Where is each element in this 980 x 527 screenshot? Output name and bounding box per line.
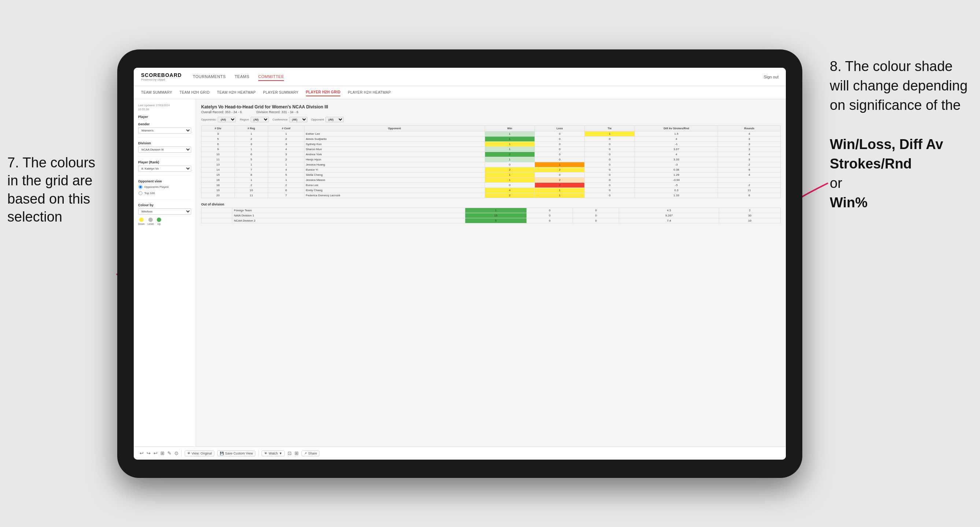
table-cell: 3: [268, 152, 304, 157]
subnav-team-summary[interactable]: TEAM SUMMARY: [141, 89, 172, 96]
table-cell: 1: [535, 193, 585, 198]
table-cell: -1: [635, 142, 718, 147]
nav-committee[interactable]: COMMITTEE: [258, 73, 284, 81]
table-cell: 1: [485, 132, 535, 137]
table-cell: 4: [635, 152, 718, 157]
nav-tournaments[interactable]: TOURNAMENTS: [193, 73, 226, 81]
table-cell: 2: [485, 167, 535, 173]
filter-region-select[interactable]: (All): [251, 117, 269, 122]
sidebar-gender-label: Gender: [138, 122, 191, 126]
sidebar-opponent-view-label: Opponent view: [138, 179, 191, 183]
sidebar: Last Updated: 27/03/202416:55:38 Player …: [134, 99, 196, 446]
table-cell: 0.3: [635, 188, 718, 193]
table-cell: 0: [535, 157, 585, 162]
save-custom-btn[interactable]: 💾 Save Custom View: [217, 451, 255, 456]
table-cell: 4: [718, 132, 781, 137]
table-cell: 10: [234, 188, 268, 193]
nav-sign-out[interactable]: Sign out: [764, 75, 778, 79]
table-cell: 16: [202, 178, 235, 183]
out-div-loss: 0: [527, 208, 573, 213]
main-content: Last Updated: 27/03/202416:55:38 Player …: [134, 99, 786, 446]
th-opponent: Opponent: [304, 125, 485, 132]
table-cell: 1: [535, 162, 585, 167]
out-div-tie: 0: [573, 218, 619, 224]
table-cell: 15: [202, 173, 235, 178]
logo-area: SCOREBOARD Powered by clippd: [141, 72, 182, 81]
sidebar-colour-by-label: Colour by: [138, 203, 191, 207]
table-cell: 0: [585, 142, 635, 147]
filter-row: Opponents: (All) Region (All) Conference: [201, 117, 781, 122]
redo-icon[interactable]: ↪: [146, 451, 151, 456]
save-icon: 💾: [220, 452, 224, 455]
nav-teams[interactable]: TEAMS: [234, 73, 249, 81]
table-cell: 4: [718, 173, 781, 178]
sidebar-gender-select[interactable]: Women's: [138, 127, 191, 134]
undo-icon[interactable]: ↩: [140, 451, 143, 456]
table-cell: 1: [485, 137, 535, 142]
toolbar-divider-1: [181, 450, 182, 457]
view-icon: 👁: [187, 452, 191, 455]
table-cell: 0: [585, 147, 635, 152]
table-cell: 19: [202, 188, 235, 193]
subnav-team-h2h-grid[interactable]: TEAM H2H GRID: [180, 89, 210, 96]
filter-region: Region (All): [240, 117, 269, 122]
sidebar-player-rank-select[interactable]: 8. Katelyn Vo: [138, 165, 191, 172]
out-division-row: Foreign Team1004.52: [202, 208, 781, 213]
filter-opponents-select[interactable]: (All): [218, 117, 236, 122]
table-cell: 2: [234, 183, 268, 188]
subnav-player-h2h-grid[interactable]: PLAYER H2H GRID: [306, 89, 341, 96]
crop-icon[interactable]: ⊡: [288, 451, 292, 456]
out-div-rounds: 10: [719, 218, 780, 224]
table-cell: 14: [202, 167, 235, 173]
table-cell: 4: [268, 167, 304, 173]
filter-conference-select[interactable]: (All): [289, 117, 307, 122]
table-cell: 0.38: [635, 167, 718, 173]
grid-icon[interactable]: ⊞: [294, 451, 299, 456]
sidebar-division-select[interactable]: NCAA Division III: [138, 146, 191, 153]
subnav-player-h2h-heatmap[interactable]: PLAYER H2H HEATMAP: [348, 89, 391, 96]
table-cell: 2: [535, 183, 585, 188]
table-cell: 4: [268, 147, 304, 152]
watch-chevron: ▼: [279, 452, 282, 455]
table-cell: [718, 178, 781, 183]
filter-icon[interactable]: ⊞: [161, 451, 164, 456]
subnav-player-summary[interactable]: PLAYER SUMMARY: [263, 89, 299, 96]
toolbar-divider-2: [258, 450, 259, 457]
legend-up: Up: [157, 217, 161, 225]
subnav-team-h2h-heatmap[interactable]: TEAM H2H HEATMAP: [217, 89, 256, 96]
table-cell: 2: [485, 193, 535, 198]
table-cell: 11: [234, 193, 268, 198]
watch-icon: 👁: [264, 452, 267, 455]
toolbar: ↩ ↪ ↩ ⊞ ✎ ⊙ 👁 View: Original 💾 Save Cust…: [134, 446, 786, 460]
out-div-empty: [202, 218, 232, 224]
table-cell: 11: [718, 188, 781, 193]
back-icon[interactable]: ↩: [153, 451, 158, 456]
table-cell: Jessica Mason: [304, 178, 485, 183]
table-cell: 2: [268, 137, 304, 142]
watch-btn[interactable]: 👁 Watch ▼: [262, 451, 285, 456]
filter-opponent-select[interactable]: (All): [325, 117, 344, 122]
tablet-screen: SCOREBOARD Powered by clippd TOURNAMENTS…: [134, 68, 786, 460]
table-row: 1311Jessica Huang010-32: [202, 162, 781, 167]
sidebar-colour-by-select[interactable]: Win/loss: [138, 208, 191, 214]
legend-down: Down: [138, 217, 145, 225]
view-original-btn[interactable]: 👁 View: Original: [185, 451, 214, 456]
clock-icon[interactable]: ⊙: [174, 451, 178, 456]
edit-icon[interactable]: ✎: [167, 451, 172, 456]
table-cell: Eunice Yi: [304, 167, 485, 173]
table-cell: 0: [585, 137, 635, 142]
table-cell: 8: [234, 173, 268, 178]
table-cell: 20: [202, 193, 235, 198]
table-cell: 6: [202, 142, 235, 147]
table-cell: Federica Domecq Lacroze: [304, 193, 485, 198]
table-cell: 1: [485, 142, 535, 147]
main-nav: TOURNAMENTS TEAMS COMMITTEE: [193, 73, 764, 81]
radio-opponents-played[interactable]: Opponents Played: [138, 184, 191, 189]
table-cell: 2: [535, 167, 585, 173]
th-conf: # Conf: [268, 125, 304, 132]
table-cell: 0: [535, 152, 585, 157]
table-cell: 11: [202, 157, 235, 162]
radio-top-100[interactable]: Top 100: [138, 191, 191, 195]
share-btn[interactable]: ↗ Share: [302, 451, 320, 456]
table-cell: 10: [202, 152, 235, 157]
